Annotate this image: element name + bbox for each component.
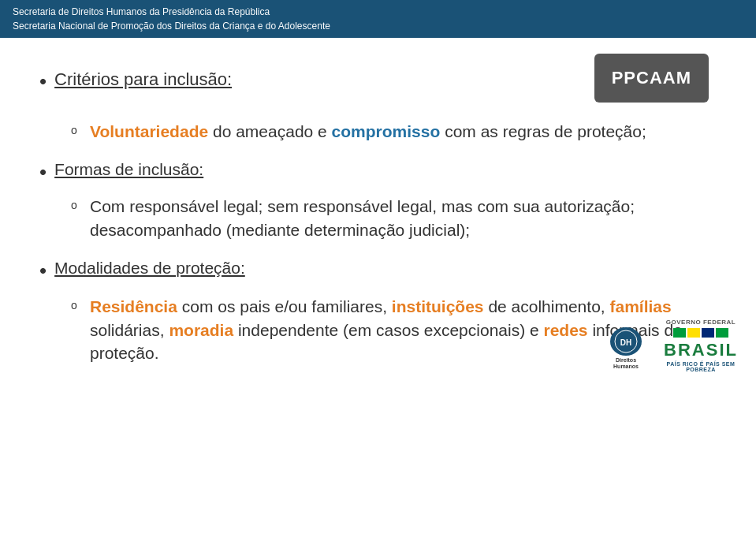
com-responsavel-text: Com responsável legal; sem responsável l… xyxy=(90,195,717,241)
bullet-formas: • xyxy=(39,162,47,182)
familias-label: famílias xyxy=(609,297,671,315)
ppcaam-badge: PPCAAM xyxy=(594,54,709,103)
flag-stripes xyxy=(673,328,728,338)
redes-label: redes xyxy=(544,321,588,339)
section-title: Critérios para inclusão: xyxy=(54,69,232,90)
svg-text:DH: DH xyxy=(620,338,631,347)
voluntariedade-text: Voluntariedade do ameaçado e compromisso… xyxy=(90,120,646,143)
main-content: PPCAAM • Critérios para inclusão: o Volu… xyxy=(0,38,756,380)
header: Secretaria de Direitos Humanos da Presid… xyxy=(0,0,756,38)
bullet-residencia: o xyxy=(71,300,82,311)
flag-yellow xyxy=(687,328,700,338)
compromisso-label: compromisso xyxy=(332,122,441,140)
brasil-text: BRASIL xyxy=(664,340,738,360)
bullet-modalidades: • xyxy=(39,260,47,281)
voluntariedade-text2: do ameaçado e xyxy=(208,122,331,140)
bullet-voluntariedade: o xyxy=(71,125,82,136)
modalidades-title: Modalidades de proteção: xyxy=(54,259,245,278)
flag-green xyxy=(673,328,686,338)
modalidades-block: • Modalidades de proteção: xyxy=(39,259,717,281)
dh-svg-icon: DH xyxy=(614,330,638,353)
voluntariedade-text4: com as regras de proteção; xyxy=(440,122,646,140)
residencia-text2: com os pais e/ou familiares, xyxy=(177,297,392,315)
moradia-label: moradia xyxy=(169,321,233,339)
voluntariedade-block: o Voluntariedade do ameaçado e compromis… xyxy=(71,120,717,143)
bullet-com-responsavel: o xyxy=(71,200,82,211)
flag-green2 xyxy=(716,328,728,338)
gov-federal-text: GOVERNO FEDERAL xyxy=(666,319,736,326)
bullet-criterios: • xyxy=(39,71,47,91)
logo-dh-circle: DH xyxy=(610,327,642,356)
formas-title: Formas de inclusão: xyxy=(54,160,203,179)
logo-brasil: GOVERNO FEDERAL BRASIL PAÍS RICO É PAÍS … xyxy=(661,325,740,372)
header-line1: Secretaria de Direitos Humanos da Presid… xyxy=(13,5,743,19)
residencia-text4: de acolhimento, xyxy=(484,297,610,315)
residencia-text6: solidárias, xyxy=(90,321,169,339)
header-line2: Secretaria Nacional de Promoção dos Dire… xyxy=(13,19,743,33)
formas-block: • Formas de inclusão: xyxy=(39,160,717,182)
com-responsavel-block: o Com responsável legal; sem responsável… xyxy=(71,195,717,241)
flag-blue xyxy=(702,328,714,338)
footer-logos: DH DireitosHumanos GOVERNO FEDERAL BRASI… xyxy=(598,325,740,372)
logo-direitos-humanos: DH DireitosHumanos xyxy=(598,327,654,371)
logo-dh-text: DireitosHumanos xyxy=(613,357,639,371)
residencia-text8: independente (em casos excepcionais) e xyxy=(233,321,543,339)
residencia-label: Residência xyxy=(90,297,177,315)
voluntariedade-label: Voluntariedade xyxy=(90,122,208,140)
instituicoes-label: instituições xyxy=(392,297,484,315)
brasil-sub: PAÍS RICO É PAÍS SEM POBREZA xyxy=(661,361,740,372)
